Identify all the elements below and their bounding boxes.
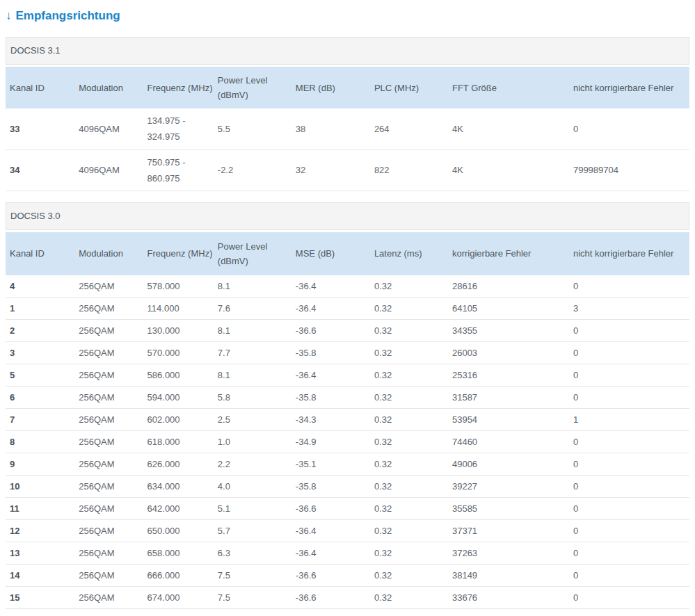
power-level-cell: 5.7 <box>214 520 291 542</box>
mse-cell: -36.4 <box>291 364 370 387</box>
mse-cell: -36.4 <box>291 298 370 320</box>
korrigierbare-fehler-cell: 35585 <box>448 498 569 520</box>
modulation-cell: 256QAM <box>74 542 143 565</box>
power-level-cell: 8.1 <box>214 320 291 342</box>
col-header-plc: PLC (MHz) <box>370 67 448 108</box>
korrigierbare-fehler-cell: 49006 <box>448 453 569 476</box>
docsis-31-table-header: Kanal ID Modulation Frequenz (MHz) Power… <box>6 67 689 108</box>
latenz-cell: 0.32 <box>370 298 448 320</box>
korrigierbare-fehler-cell: 28616 <box>448 275 569 298</box>
power-level-cell: 7.7 <box>214 342 291 364</box>
col-header-fft-groesse: FFT Größe <box>448 67 569 108</box>
col-header-mse: MSE (dB) <box>291 232 370 275</box>
empfangsrichtung-heading[interactable]: ↓Empfangsrichtung <box>6 8 689 24</box>
kanal-id-cell: 14 <box>6 565 74 587</box>
docsis-30-channel-row: 12 256QAM 650.000 5.7 -36.4 0.32 37371 0 <box>6 520 689 542</box>
modulation-cell: 256QAM <box>74 342 143 364</box>
nicht-korrigierbare-fehler-cell: 0 <box>569 498 689 520</box>
power-level-cell: -2.2 <box>214 149 291 191</box>
docsis-30-channel-row: 7 256QAM 602.000 2.5 -34.3 0.32 53954 1 <box>6 409 689 431</box>
power-level-cell: 8.1 <box>214 364 291 387</box>
frequenz-cell: 634.000 <box>143 476 214 498</box>
nicht-korrigierbare-fehler-cell: 799989704 <box>569 149 689 191</box>
nicht-korrigierbare-fehler-cell: 0 <box>569 520 689 542</box>
frequenz-cell: 658.000 <box>143 542 214 565</box>
mse-cell: -36.6 <box>291 587 370 609</box>
frequenz-cell: 666.000 <box>143 565 214 587</box>
nicht-korrigierbare-fehler-cell: 0 <box>569 565 689 587</box>
power-level-cell: 5.5 <box>214 108 291 149</box>
frequenz-cell: 130.000 <box>143 320 214 342</box>
docsis-30-channel-row: 9 256QAM 626.000 2.2 -35.1 0.32 49006 0 <box>6 453 689 476</box>
nicht-korrigierbare-fehler-cell: 0 <box>569 387 689 409</box>
korrigierbare-fehler-cell: 31587 <box>448 387 569 409</box>
col-header-modulation: Modulation <box>74 232 143 275</box>
kanal-id-cell: 12 <box>6 520 74 542</box>
korrigierbare-fehler-cell: 34355 <box>448 320 569 342</box>
mse-cell: -36.4 <box>291 520 370 542</box>
mse-cell: -36.4 <box>291 542 370 565</box>
fft-groesse-cell: 4K <box>448 149 569 191</box>
korrigierbare-fehler-cell: 39227 <box>448 476 569 498</box>
latenz-cell: 0.32 <box>370 342 448 364</box>
korrigierbare-fehler-cell: 25316 <box>448 364 569 387</box>
latenz-cell: 0.32 <box>370 476 448 498</box>
mse-cell: -36.6 <box>291 565 370 587</box>
kanal-id-cell: 6 <box>6 387 74 409</box>
korrigierbare-fehler-cell: 26003 <box>448 342 569 364</box>
modulation-cell: 256QAM <box>74 409 143 431</box>
frequenz-cell: 578.000 <box>143 275 214 298</box>
mse-cell: -36.4 <box>291 275 370 298</box>
mer-cell: 32 <box>291 149 370 191</box>
power-level-cell: 2.2 <box>214 453 291 476</box>
korrigierbare-fehler-cell: 37371 <box>448 520 569 542</box>
latenz-cell: 0.32 <box>370 275 448 298</box>
docsis-31-table-body: 33 4096QAM 134.975 - 324.975 5.5 38 264 … <box>6 108 689 191</box>
kanal-id-cell: 7 <box>6 409 74 431</box>
plc-cell: 264 <box>370 108 448 149</box>
latenz-cell: 0.32 <box>370 498 448 520</box>
modulation-cell: 256QAM <box>74 387 143 409</box>
modulation-cell: 4096QAM <box>74 149 143 191</box>
docsis-31-section: DOCSIS 3.1 Kanal ID Modulation Frequenz … <box>6 37 689 191</box>
mse-cell: -36.6 <box>291 320 370 342</box>
docsis-30-channel-row: 8 256QAM 618.000 1.0 -34.9 0.32 74460 0 <box>6 431 689 453</box>
empfangsrichtung-page: ↓Empfangsrichtung DOCSIS 3.1 Kanal ID Mo… <box>0 0 695 616</box>
col-header-korrigierbare-fehler: korrigierbare Fehler <box>448 232 569 275</box>
col-header-nicht-korrigierbare-fehler: nicht korrigierbare Fehler <box>569 232 689 275</box>
latenz-cell: 0.32 <box>370 520 448 542</box>
docsis-30-section-header: DOCSIS 3.0 <box>6 202 689 230</box>
power-level-cell: 5.8 <box>214 387 291 409</box>
col-header-frequenz: Frequenz (MHz) <box>143 232 214 275</box>
docsis-30-section: DOCSIS 3.0 Kanal ID Modulation Frequenz … <box>6 202 689 610</box>
modulation-cell: 256QAM <box>74 498 143 520</box>
kanal-id-cell: 13 <box>6 542 74 565</box>
frequenz-cell: 626.000 <box>143 453 214 476</box>
power-level-cell: 5.1 <box>214 498 291 520</box>
latenz-cell: 0.32 <box>370 320 448 342</box>
frequenz-cell: 642.000 <box>143 498 214 520</box>
col-header-kanal-id: Kanal ID <box>6 232 74 275</box>
nicht-korrigierbare-fehler-cell: 0 <box>569 342 689 364</box>
frequenz-cell: 650.000 <box>143 520 214 542</box>
nicht-korrigierbare-fehler-cell: 1 <box>569 409 689 431</box>
nicht-korrigierbare-fehler-cell: 0 <box>569 320 689 342</box>
mse-cell: -35.8 <box>291 387 370 409</box>
docsis-31-table: Kanal ID Modulation Frequenz (MHz) Power… <box>6 67 689 191</box>
modulation-cell: 256QAM <box>74 298 143 320</box>
nicht-korrigierbare-fehler-cell: 0 <box>569 431 689 453</box>
fft-groesse-cell: 4K <box>448 108 569 149</box>
power-level-cell: 7.6 <box>214 298 291 320</box>
header-row: Kanal ID Modulation Frequenz (MHz) Power… <box>6 232 689 275</box>
col-header-frequenz: Frequenz (MHz) <box>143 67 214 108</box>
col-header-power-level: Power Level (dBmV) <box>214 67 291 108</box>
power-level-cell: 2.5 <box>214 409 291 431</box>
kanal-id-cell: 4 <box>6 275 74 298</box>
mer-cell: 38 <box>291 108 370 149</box>
korrigierbare-fehler-cell: 38149 <box>448 565 569 587</box>
kanal-id-cell: 8 <box>6 431 74 453</box>
power-level-cell: 1.0 <box>214 431 291 453</box>
docsis-30-channel-row: 14 256QAM 666.000 7.5 -36.6 0.32 38149 0 <box>6 565 689 587</box>
korrigierbare-fehler-cell: 53954 <box>448 409 569 431</box>
docsis-31-channel-row: 34 4096QAM 750.975 - 860.975 -2.2 32 822… <box>6 149 689 191</box>
